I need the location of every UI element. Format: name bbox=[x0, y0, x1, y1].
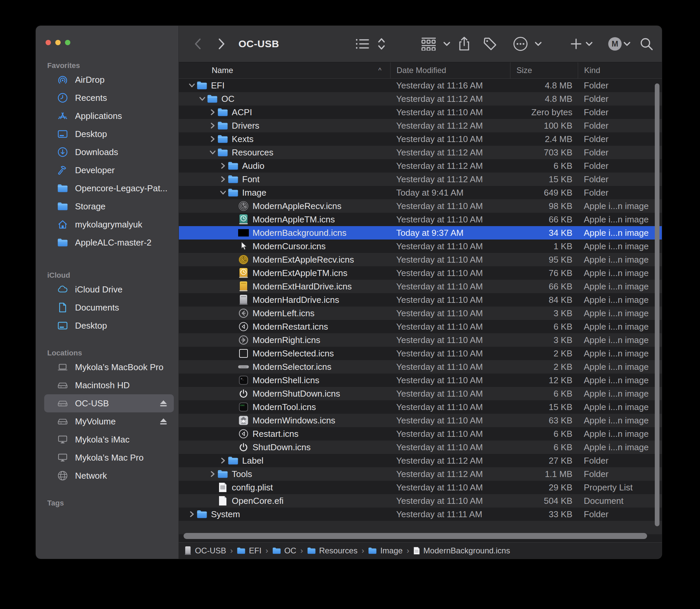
sidebar-item-myvolume[interactable]: MyVolume bbox=[44, 412, 174, 431]
sort-chevrons-icon[interactable] bbox=[377, 36, 386, 51]
file-row-efi[interactable]: EFIYesterday at 11:16 AM4.8 MBFolder bbox=[179, 79, 662, 92]
path-item-image[interactable]: Image bbox=[368, 546, 403, 555]
disclosure-triangle-closed[interactable] bbox=[219, 162, 227, 170]
file-row-kexts[interactable]: KextsYesterday at 11:10 AM2.4 MBFolder bbox=[179, 132, 662, 146]
path-item-efi[interactable]: EFI bbox=[237, 546, 261, 555]
file-row-moderntool-icns[interactable]: EXECModernTool.icnsYesterday at 11:10 AM… bbox=[179, 400, 662, 414]
group-icon[interactable] bbox=[421, 37, 436, 51]
sidebar-item-desktop[interactable]: Desktop bbox=[44, 316, 174, 335]
disclosure-triangle-closed[interactable] bbox=[208, 135, 217, 143]
sidebar-item-applications[interactable]: Applications bbox=[44, 107, 174, 125]
path-item-oc[interactable]: OC bbox=[272, 546, 296, 555]
file-row-system[interactable]: SystemYesterday at 11:11 AM33 KBFolder bbox=[179, 507, 662, 521]
eject-icon[interactable] bbox=[159, 417, 168, 425]
file-row-image[interactable]: ImageToday at 9:41 AM649 KBFolder bbox=[179, 186, 662, 199]
sidebar-item-network[interactable]: Network bbox=[44, 467, 174, 485]
close-button[interactable] bbox=[46, 40, 51, 45]
disclosure-triangle-closed[interactable] bbox=[208, 122, 217, 129]
vertical-scrollbar[interactable] bbox=[655, 83, 660, 526]
sidebar-item-mykolagrymalyuk[interactable]: mykolagrymalyuk bbox=[44, 215, 174, 233]
chevron-down-icon[interactable] bbox=[535, 41, 542, 46]
disclosure-triangle-closed[interactable] bbox=[188, 510, 196, 518]
file-row-acpi[interactable]: ACPIYesterday at 11:10 AMZero bytesFolde… bbox=[179, 105, 662, 119]
file-row-modernleft-icns[interactable]: ModernLeft.icnsYesterday at 11:10 AM3 KB… bbox=[179, 307, 662, 320]
file-row-modernextappletm-icns[interactable]: ModernExtAppleTM.icnsYesterday at 11:10 … bbox=[179, 266, 662, 280]
back-button[interactable] bbox=[193, 37, 202, 51]
file-row-modernbackground-icns[interactable]: ModernBackground.icnsToday at 9:37 AM34 … bbox=[179, 226, 662, 240]
disclosure-triangle-open[interactable] bbox=[198, 94, 206, 103]
file-row-audio[interactable]: AudioYesterday at 11:12 AM6 KBFolder bbox=[179, 159, 662, 173]
horizontal-scrollbar[interactable] bbox=[183, 533, 647, 539]
file-row-shutdown-icns[interactable]: ShutDown.icnsYesterday at 11:10 AM6 KBAp… bbox=[179, 440, 662, 454]
sidebar-item-icloud-drive[interactable]: iCloud Drive bbox=[44, 280, 174, 298]
sidebar-item-macintosh-hd[interactable]: Macintosh HD bbox=[44, 376, 174, 394]
column-header-name[interactable]: Name ^ bbox=[179, 62, 390, 79]
file-row-modernright-icns[interactable]: ModernRight.icnsYesterday at 11:10 AM3 K… bbox=[179, 333, 662, 347]
file-row-label[interactable]: LabelYesterday at 11:12 AM27 KBFolder bbox=[179, 454, 662, 467]
file-row-oc[interactable]: OCYesterday at 11:12 AM4.8 MBFolder bbox=[179, 92, 662, 105]
file-row-modernshutdown-icns[interactable]: ModernShutDown.icnsYesterday at 11:10 AM… bbox=[179, 387, 662, 400]
disclosure-triangle-open[interactable] bbox=[219, 188, 227, 197]
sidebar-item-airdrop[interactable]: AirDrop bbox=[44, 71, 174, 89]
file-row-drivers[interactable]: DriversYesterday at 11:12 AM100 KBFolder bbox=[179, 119, 662, 132]
file-row-modernselected-icns[interactable]: ModernSelected.icnsYesterday at 11:10 AM… bbox=[179, 347, 662, 360]
minimize-button[interactable] bbox=[55, 40, 60, 45]
chevron-down-icon[interactable] bbox=[623, 41, 631, 46]
sidebar-item-mykola-s-mac-pro[interactable]: Mykola’s Mac Pro bbox=[44, 449, 174, 467]
path-item-oc-usb[interactable]: OC-USB bbox=[184, 546, 226, 555]
file-row-moderncursor-icns[interactable]: ModernCursor.icnsYesterday at 11:10 AM1 … bbox=[179, 240, 662, 253]
sidebar-item-recents[interactable]: Recents bbox=[44, 89, 174, 107]
sidebar-item-label: Applications bbox=[75, 111, 174, 121]
account-avatar[interactable]: M bbox=[608, 36, 622, 51]
file-row-modernshell-icns[interactable]: >_ModernShell.icnsYesterday at 11:10 AM1… bbox=[179, 373, 662, 387]
path-item-resources[interactable]: Resources bbox=[307, 546, 358, 555]
column-header-size[interactable]: Size bbox=[510, 62, 578, 79]
file-row-modernwindows-icns[interactable]: ModernWindows.icnsYesterday at 11:10 AM6… bbox=[179, 414, 662, 427]
file-row-tools[interactable]: ToolsYesterday at 11:12 AM1.1 MBFolder bbox=[179, 467, 662, 481]
share-icon[interactable] bbox=[458, 36, 470, 51]
sidebar-item-oc-usb[interactable]: OC-USB bbox=[44, 394, 174, 412]
list-view-icon[interactable] bbox=[356, 38, 369, 50]
disclosure-triangle-closed[interactable] bbox=[208, 108, 217, 116]
file-row-modernrestart-icns[interactable]: ModernRestart.icnsYesterday at 11:10 AM6… bbox=[179, 320, 662, 333]
file-row-modernextharddrive-icns[interactable]: ModernExtHardDrive.icnsYesterday at 11:1… bbox=[179, 280, 662, 293]
file-row-modernapplerecv-icns[interactable]: ModernAppleRecv.icnsYesterday at 11:10 A… bbox=[179, 199, 662, 213]
file-row-modernselector-icns[interactable]: ContinueModernSelector.icnsYesterday at … bbox=[179, 360, 662, 373]
sidebar-item-storage[interactable]: Storage bbox=[44, 197, 174, 215]
sidebar-item-mykola-s-macbook-pro[interactable]: Mykola’s MacBook Pro bbox=[44, 358, 174, 376]
sidebar-item-downloads[interactable]: Downloads bbox=[44, 143, 174, 161]
file-name-cell: OpenCore.efi bbox=[179, 494, 390, 507]
chevron-down-icon[interactable] bbox=[585, 41, 593, 46]
column-header-date-modified[interactable]: Date Modified bbox=[390, 62, 510, 79]
sidebar-item-opencore-legacy-pat[interactable]: Opencore-Legacy-Pat... bbox=[44, 179, 174, 197]
file-row-modernharddrive-icns[interactable]: ModernHardDrive.icnsYesterday at 11:10 A… bbox=[179, 293, 662, 307]
search-icon[interactable] bbox=[640, 37, 653, 51]
file-kind: Apple i...n image bbox=[578, 400, 662, 414]
sidebar-item-developer[interactable]: Developer bbox=[44, 161, 174, 179]
column-header-kind[interactable]: Kind bbox=[578, 62, 662, 79]
path-item-modernbackground-icns[interactable]: ModernBackground.icns bbox=[413, 546, 510, 555]
disclosure-triangle-closed[interactable] bbox=[219, 457, 227, 465]
file-row-restart-icns[interactable]: Restart.icnsYesterday at 11:10 AM6 KBApp… bbox=[179, 427, 662, 440]
add-icon[interactable] bbox=[570, 38, 582, 50]
sidebar-item-desktop[interactable]: Desktop bbox=[44, 125, 174, 143]
file-row-modernappletm-icns[interactable]: ModernAppleTM.icnsYesterday at 11:10 AM6… bbox=[179, 213, 662, 226]
disclosure-triangle-open[interactable] bbox=[188, 81, 196, 90]
sidebar-item-mykola-s-imac[interactable]: Mykola’s iMac bbox=[44, 431, 174, 449]
zoom-button[interactable] bbox=[65, 40, 70, 45]
sidebar-item-applealc-master-2[interactable]: AppleALC-master-2 bbox=[44, 233, 174, 251]
file-row-font[interactable]: FontYesterday at 11:12 AM15 KBFolder bbox=[179, 173, 662, 186]
forward-button[interactable] bbox=[217, 37, 226, 51]
eject-icon[interactable] bbox=[159, 399, 168, 407]
disclosure-triangle-closed[interactable] bbox=[208, 470, 217, 478]
file-row-resources[interactable]: ResourcesYesterday at 11:12 AM703 KBFold… bbox=[179, 146, 662, 159]
sidebar-item-documents[interactable]: Documents bbox=[44, 298, 174, 316]
disclosure-triangle-open[interactable] bbox=[209, 148, 217, 157]
more-circle-icon[interactable] bbox=[513, 36, 528, 52]
file-row-opencore-efi[interactable]: OpenCore.efiYesterday at 11:10 AM504 KBD… bbox=[179, 494, 662, 507]
chevron-down-icon[interactable] bbox=[443, 41, 451, 46]
tag-icon[interactable] bbox=[483, 36, 497, 51]
file-row-modernextapplerecv-icns[interactable]: ModernExtAppleRecv.icnsYesterday at 11:1… bbox=[179, 253, 662, 266]
file-row-config-plist[interactable]: config.plistYesterday at 11:10 AM29 KBPr… bbox=[179, 481, 662, 494]
disclosure-triangle-closed[interactable] bbox=[219, 175, 227, 183]
